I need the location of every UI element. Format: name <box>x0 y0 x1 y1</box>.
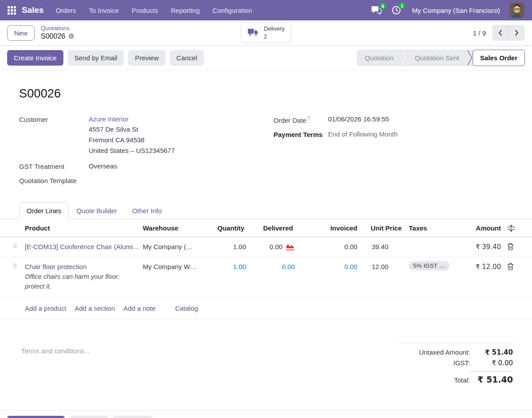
messages-icon[interactable]: 6 <box>371 6 382 15</box>
apps-grid-icon[interactable] <box>8 6 16 15</box>
breadcrumb-current-record: S00026 <box>41 32 65 41</box>
menu-orders[interactable]: Orders <box>56 7 76 14</box>
delete-line-icon[interactable] <box>507 263 514 270</box>
igst-value: ₹ 0.00 <box>470 359 513 367</box>
menu-products[interactable]: Products <box>132 7 158 14</box>
customer-address: 4557 De Silva St Fremont CA 94538 United… <box>89 124 175 156</box>
terms-placeholder[interactable]: Terms and conditions... <box>21 343 90 355</box>
company-switcher[interactable]: My Company (San Francisco) <box>412 7 500 14</box>
customer-link[interactable]: Azure Interior <box>89 115 129 123</box>
order-date-value[interactable]: 01/06/2026 16:59:55 <box>328 115 389 124</box>
unit-price-cell[interactable]: 39.40 <box>359 237 403 256</box>
optional-columns-icon[interactable] <box>507 225 532 232</box>
invoiced-cell[interactable]: 0.00 <box>295 257 359 276</box>
product-link[interactable]: [E-COM13] Conference Chair (Alumi… <box>25 237 143 256</box>
delivered-cell[interactable]: 0.00 <box>270 243 282 250</box>
menu-reporting[interactable]: Reporting <box>171 7 200 14</box>
activities-button[interactable]: Activities <box>113 416 152 418</box>
delivered-cell[interactable]: 0.00 <box>246 257 295 276</box>
col-amount[interactable]: Amount <box>459 224 501 232</box>
payment-terms-field: Payment Terms End of Following Month <box>274 130 525 138</box>
quantity-cell[interactable]: 1.00 <box>208 257 246 276</box>
total-row: Total: ₹ 51.40 <box>399 368 513 386</box>
breadcrumb-quotations-link[interactable]: Quotations <box>41 24 74 32</box>
catalog-link[interactable]: Catalog <box>175 305 198 312</box>
preview-button[interactable]: Preview <box>128 50 165 66</box>
address-line: United States – US12345677 <box>89 145 175 156</box>
help-icon[interactable]: ? <box>307 116 310 121</box>
quantity-cell[interactable]: 1.00 <box>208 237 246 256</box>
record-title: S00026 <box>19 87 532 101</box>
amount-cell: ₹ 12.00 <box>459 257 501 277</box>
delete-line-icon[interactable] <box>507 243 514 250</box>
payment-terms-value[interactable]: End of Following Month <box>328 130 398 138</box>
order-lines-header: Product Warehouse Quantity Delivered Inv… <box>0 219 532 237</box>
status-step-quotation-sent[interactable]: Quotation Sent <box>407 50 467 66</box>
customer-field: Customer Azure Interior 4557 De Silva St… <box>19 115 274 156</box>
pager-next-button[interactable] <box>509 25 525 41</box>
status-step-quotation[interactable]: Quotation <box>357 50 402 66</box>
user-avatar[interactable] <box>509 3 524 18</box>
create-invoice-button[interactable]: Create Invoice <box>7 50 63 66</box>
delivery-count: 2 <box>264 33 267 41</box>
tax-pill[interactable]: 5% IGST … <box>409 261 450 270</box>
untaxed-amount-label: Untaxed Amount: <box>419 348 470 356</box>
app-name[interactable]: Sales <box>22 5 44 15</box>
tab-quote-builder[interactable]: Quote Builder <box>69 203 125 219</box>
col-product[interactable]: Product <box>25 224 143 232</box>
menu-to-invoice[interactable]: To Invoice <box>89 7 119 14</box>
taxes-cell[interactable] <box>403 237 459 249</box>
order-date-field: Order Date? 01/06/2026 16:59:55 <box>274 115 525 124</box>
col-quantity[interactable]: Quantity <box>208 224 246 232</box>
breadcrumb: Quotations S00026 ⚙ <box>41 24 74 41</box>
messages-badge: 6 <box>379 3 387 10</box>
add-note-link[interactable]: Add a note <box>123 305 156 312</box>
actions-gear-icon[interactable]: ⚙ <box>68 32 74 41</box>
chevron-right-icon <box>515 30 519 36</box>
total-value: ₹ 51.40 <box>470 371 513 384</box>
customer-label: Customer <box>19 115 89 156</box>
field-grid: Customer Azure Interior 4557 De Silva St… <box>0 115 532 191</box>
drag-handle[interactable]: ⠿ <box>0 257 25 276</box>
untaxed-amount-value: ₹ 51.40 <box>470 348 513 356</box>
warehouse-cell[interactable]: My Company W… <box>143 257 208 276</box>
status-step-sales-order[interactable]: Sales Order <box>473 50 525 66</box>
pager-previous-button[interactable] <box>492 25 509 41</box>
cancel-button[interactable]: Cancel <box>170 50 204 66</box>
notebook-tabs: Order Lines Quote Builder Other Info <box>0 202 532 219</box>
menu-configuration[interactable]: Configuration <box>212 7 252 14</box>
gst-treatment-value[interactable]: Overseas <box>89 162 117 170</box>
tab-other-info[interactable]: Other Info <box>125 203 169 219</box>
unit-price-cell[interactable]: 12.00 <box>359 257 403 276</box>
delivery-smart-button[interactable]: Delivery 2 <box>241 23 291 43</box>
payment-terms-label: Payment Terms <box>274 130 328 138</box>
add-section-link[interactable]: Add a section <box>74 305 115 312</box>
order-line-row: ⠿ Chair floor protection Office chairs c… <box>0 257 532 298</box>
product-link[interactable]: Chair floor protection <box>25 263 86 270</box>
action-bar: Create Invoice Send by Email Preview Can… <box>0 45 532 70</box>
col-invoiced[interactable]: Invoiced <box>295 224 359 232</box>
col-warehouse[interactable]: Warehouse <box>143 224 208 232</box>
activities-clock-icon[interactable]: 1 <box>391 5 401 15</box>
quotation-template-label: Quotation Template <box>19 176 89 184</box>
tab-order-lines[interactable]: Order Lines <box>19 202 69 219</box>
col-taxes[interactable]: Taxes <box>403 224 459 232</box>
warehouse-cell[interactable]: My Company (… <box>143 237 208 256</box>
igst-label: IGST: <box>453 359 470 367</box>
statusbar: Quotation Quotation Sent Sales Order <box>357 50 525 66</box>
add-product-link[interactable]: Add a product <box>25 305 66 312</box>
new-button[interactable]: New <box>7 25 35 41</box>
product-description: Office chairs can harm your floor: prote… <box>25 272 143 292</box>
drag-handle[interactable]: ⠿ <box>0 237 25 256</box>
col-delivered[interactable]: Delivered <box>246 224 295 232</box>
pager-counter: 1 / 9 <box>473 29 486 37</box>
forecast-chart-icon[interactable] <box>286 243 295 250</box>
col-unit-price[interactable]: Unit Price <box>359 224 403 232</box>
log-note-button[interactable]: Log note <box>69 416 108 418</box>
totals-block: Untaxed Amount: ₹ 51.40 IGST: ₹ 0.00 Tot… <box>399 343 513 386</box>
total-label: Total: <box>454 376 470 384</box>
invoiced-cell[interactable]: 0.00 <box>295 237 359 256</box>
send-message-button[interactable]: Send message <box>7 416 65 418</box>
send-by-email-button[interactable]: Send by Email <box>68 50 124 66</box>
bottom-zone: Terms and conditions... Untaxed Amount: … <box>0 343 532 386</box>
